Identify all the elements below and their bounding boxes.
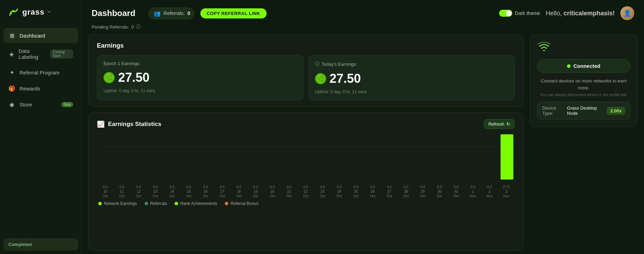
sidebar: grass™ ⊞ Dashboard ◈ Data Labeling Comin… xyxy=(0,0,82,254)
x-label-col: 0.011Oct xyxy=(114,185,130,198)
epoch-uptime: Uptime: 0 day, 0 hr, 11 mins xyxy=(104,88,297,93)
x-label-col: 0.017Oct xyxy=(214,185,231,198)
sidebar-item-label: Rewards xyxy=(20,86,40,92)
sidebar-item-rewards[interactable]: 🎁 Rewards xyxy=(3,81,78,96)
x-label-col: 0.023Oct xyxy=(314,185,331,198)
dashboard-icon: ⊞ xyxy=(8,32,15,39)
left-panel: Earnings Epoch 1 Earnings: 🌿 27.50 Uptim… xyxy=(88,34,523,251)
data-labeling-icon: ◈ xyxy=(8,50,14,57)
legend-referrals: Referrals xyxy=(145,201,167,206)
info-icon: ⓘ xyxy=(136,24,140,30)
legend-network-earnings: Network Earnings xyxy=(98,201,137,206)
header-right: Dark theme Hello, criticalemphasis! 👤 xyxy=(499,6,634,20)
x-label-col: 0.029Oct xyxy=(414,185,431,198)
new-badge: New xyxy=(61,102,73,107)
sidebar-item-label: Store xyxy=(20,102,32,108)
legend-label-network: Network Earnings xyxy=(104,201,137,206)
epoch-label: Epoch 1 Earnings: xyxy=(104,61,297,66)
info-icon: ⓘ xyxy=(315,61,320,67)
copy-referral-button[interactable]: COPY REFERRAL LINK xyxy=(200,8,267,18)
legend-dot-rank xyxy=(175,202,178,205)
x-label-col: 0.014Oct xyxy=(164,185,181,198)
hello-prefix: Hello, xyxy=(546,10,562,17)
x-label-col: 0.025Oct xyxy=(347,185,364,198)
device-type-label: Device Type: xyxy=(542,105,567,116)
x-label-col: 0.027Oct xyxy=(381,185,398,198)
legend-dot-bonus xyxy=(225,202,228,205)
pending-count: 0 xyxy=(131,24,134,30)
sidebar-navigation: ⊞ Dashboard ◈ Data Labeling Coming Soon … xyxy=(0,28,82,235)
x-label-col: 0.013Oct xyxy=(147,185,164,198)
x-label-col: 0.016Oct xyxy=(197,185,214,198)
grass-logo-icon xyxy=(8,6,20,18)
earnings-card-title: Earnings xyxy=(97,42,515,49)
sidebar-item-store[interactable]: ◉ Store New xyxy=(3,97,78,112)
refresh-label: Refresh xyxy=(488,121,504,127)
x-label-col: 27.53Nov xyxy=(498,185,515,198)
user-avatar[interactable]: 👤 xyxy=(620,6,634,20)
today-label-text: Today's Earnings: xyxy=(322,62,357,67)
connected-indicator xyxy=(567,64,570,68)
chart-icon: 📈 xyxy=(97,120,105,128)
earnings-grid: Epoch 1 Earnings: 🌿 27.50 Uptime: 0 day,… xyxy=(97,55,515,100)
earnings-card: Earnings Epoch 1 Earnings: 🌿 27.50 Uptim… xyxy=(88,34,523,107)
today-uptime: Uptime: 0 day, 0 hr, 11 mins xyxy=(315,89,508,94)
referrals-pill: 👥 Referrals: 0 xyxy=(148,8,194,19)
x-label-col: 0.021Oct xyxy=(281,185,297,198)
earnings-chart xyxy=(97,133,515,183)
connected-label: Connected xyxy=(573,63,600,69)
x-label-col: 0.019Oct xyxy=(247,185,264,198)
dark-theme-toggle[interactable]: Dark theme xyxy=(499,10,540,17)
epoch-value: 27.50 xyxy=(118,70,150,85)
legend-label-rank: Rank Achievements xyxy=(180,201,217,206)
stats-title: 📈 Earnings Statistics xyxy=(97,120,161,128)
content-area: Earnings Epoch 1 Earnings: 🌿 27.50 Uptim… xyxy=(82,34,644,254)
device-type-row: Device Type: Grass Desktop Node 2.00x xyxy=(537,102,630,120)
sidebar-item-label: Dashboard xyxy=(20,33,45,39)
legend-dot-network xyxy=(98,202,102,205)
referrals-label: Referrals: xyxy=(163,10,185,16)
refresh-button[interactable]: Refresh ↻ xyxy=(484,119,515,129)
sidebar-item-dashboard[interactable]: ⊞ Dashboard xyxy=(3,28,78,43)
x-label-col: 0.026Oct xyxy=(364,185,381,198)
logo-text: grass xyxy=(22,8,45,17)
pending-referrals-row: Pending Referrals: 0 ⓘ xyxy=(82,24,644,34)
stats-card: 📈 Earnings Statistics Refresh ↻ 27.5 xyxy=(88,112,523,251)
chart-legend: Network Earnings Referrals Rank Achievem… xyxy=(97,198,515,206)
grass-icon-2: 🌿 xyxy=(315,73,326,84)
grass-icon: 🌿 xyxy=(104,72,115,83)
connected-button[interactable]: Connected xyxy=(537,59,630,73)
epoch-earnings-box: Epoch 1 Earnings: 🌿 27.50 Uptime: 0 day,… xyxy=(97,55,304,100)
legend-label-bonus: Referral Bonus xyxy=(230,201,258,206)
referrals-icon: 👥 xyxy=(154,10,161,17)
svg-point-1 xyxy=(10,12,12,14)
x-label-col: 0.031Oct xyxy=(448,185,465,198)
sidebar-item-data-labeling[interactable]: ◈ Data Labeling Coming Soon xyxy=(3,44,78,64)
sidebar-item-label: Referral Program xyxy=(20,70,60,76)
x-label-col: 0.010Oct xyxy=(97,185,114,198)
svg-point-2 xyxy=(13,10,15,12)
toggle-thumb xyxy=(506,10,512,16)
multiplier-badge: 2.00x xyxy=(607,107,625,115)
completed-badge: Completed xyxy=(3,238,78,251)
legend-rank-achievements: Rank Achievements xyxy=(175,201,217,206)
pending-label: Pending Referrals: xyxy=(92,24,129,30)
sidebar-item-referral-program[interactable]: ✦ Referral Program xyxy=(3,65,78,80)
legend-dot-referrals xyxy=(145,202,148,205)
toggle-track[interactable] xyxy=(499,10,512,17)
chart-area: 27.5 0.010Oct0.011Oct0 xyxy=(97,133,515,245)
hello-name: criticalemphasis! xyxy=(564,10,615,17)
connect-subtitle: You can always disconnect device in the … xyxy=(537,93,630,97)
y-axis-max: 27.5 xyxy=(505,134,513,138)
legend-referral-bonus: Referral Bonus xyxy=(225,201,258,206)
svg-rect-7 xyxy=(500,134,513,180)
right-panel: Connected Connect devices on more networ… xyxy=(530,34,638,251)
dark-theme-label: Dark theme xyxy=(515,10,540,16)
today-amount: 🌿 27.50 xyxy=(315,71,508,86)
store-icon: ◉ xyxy=(8,101,15,108)
x-axis-labels: 0.010Oct0.011Oct0.012Oct0.013Oct0.014Oct… xyxy=(97,185,515,198)
x-label-col: 0.022Oct xyxy=(297,185,314,198)
logo-tm: ™ xyxy=(47,10,51,14)
x-label-col: 0.015Oct xyxy=(181,185,197,198)
main-area: Dashboard 👥 Referrals: 0 COPY REFERRAL L… xyxy=(82,0,644,254)
